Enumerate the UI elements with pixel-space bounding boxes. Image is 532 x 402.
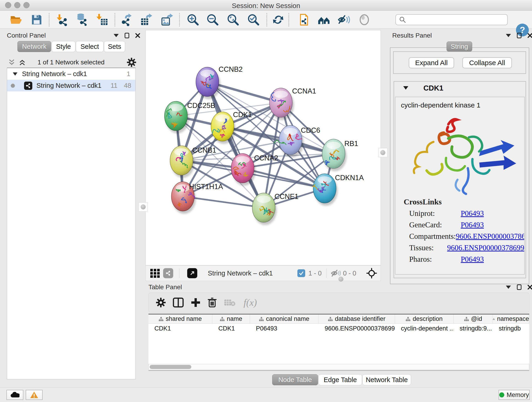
open-session-icon[interactable] xyxy=(9,12,23,27)
table-cell[interactable]: P06493 xyxy=(250,324,319,333)
network-node-CDK1[interactable]: CDK1 xyxy=(211,111,252,144)
table-cell[interactable]: CDK1 xyxy=(148,324,212,333)
title-bar: Session: New Session xyxy=(0,0,532,11)
left-splitter-handle[interactable] xyxy=(139,202,148,211)
tab-string[interactable]: String xyxy=(447,41,472,51)
network-node-CCNB1[interactable]: CCNB1 xyxy=(170,146,216,178)
table-cell[interactable]: cyclin-dependent ... xyxy=(395,324,454,333)
column-header-canonical-name[interactable]: canonical name xyxy=(250,314,319,323)
table-settings-gear-icon[interactable] xyxy=(156,297,166,308)
network-canvas[interactable]: CCNB2CCNA1CDC25BCDK1CDC6RB1CCNB1CCNA2CDK… xyxy=(146,30,380,265)
entry-collapse-icon[interactable] xyxy=(403,86,408,89)
bottom-splitter-handle[interactable] xyxy=(338,277,343,282)
column-hierarchy-icon xyxy=(493,317,495,321)
collapse-all-networks-icon[interactable] xyxy=(8,58,16,66)
node-label-CDC6: CDC6 xyxy=(301,126,320,134)
crosslink-link[interactable]: P06493 xyxy=(461,209,484,218)
tree-expand-icon[interactable] xyxy=(13,72,17,76)
network-node-CCNA2[interactable]: CCNA2 xyxy=(231,153,278,186)
node-label-CCNE1: CCNE1 xyxy=(274,192,298,201)
close-panel-icon[interactable] xyxy=(527,285,532,290)
collapse-all-button[interactable]: Collapse All xyxy=(462,57,512,68)
export-table-icon[interactable] xyxy=(139,12,154,27)
memory-button[interactable]: Memory xyxy=(499,390,530,400)
column-header-database-identifier[interactable]: database identifier xyxy=(319,314,395,323)
network-node-RB1[interactable]: RB1 xyxy=(322,139,358,171)
table-cell[interactable]: stringdb:9... xyxy=(454,324,493,333)
float-panel-icon[interactable] xyxy=(506,34,511,37)
string-document-icon[interactable] xyxy=(296,12,311,27)
network-options-gear-icon[interactable] xyxy=(127,57,137,67)
show-all-icon[interactable] xyxy=(357,12,372,27)
selected-counts: 1 - 0 xyxy=(308,269,322,277)
entry-name: CDK1 xyxy=(423,84,443,92)
close-panel-icon[interactable] xyxy=(527,33,532,38)
import-table-icon[interactable] xyxy=(95,12,109,27)
tab-network[interactable]: Network xyxy=(17,41,51,52)
expand-all-networks-icon[interactable] xyxy=(18,58,26,66)
refresh-icon[interactable] xyxy=(271,12,285,27)
column-header-shared-name[interactable]: shared name xyxy=(148,314,212,323)
table-header-row: shared namenamecanonical namedatabase id… xyxy=(148,314,529,324)
network-node-CDKN1A[interactable]: CDKN1A xyxy=(313,174,364,206)
network-collection-row[interactable]: String Network – cdk1 1 xyxy=(7,68,135,80)
column-header-namespace[interactable]: namespace xyxy=(493,314,529,323)
grid-view-icon[interactable] xyxy=(150,268,160,279)
network-badge-icon[interactable] xyxy=(163,268,173,278)
tab-network-table[interactable]: Network Table xyxy=(362,374,411,385)
column-header--id[interactable]: @id xyxy=(454,314,493,323)
zoom-fit-icon[interactable] xyxy=(226,12,240,27)
table-cell[interactable]: stringdb xyxy=(493,324,529,333)
crosslink-link[interactable]: P06493 xyxy=(461,255,484,264)
table-horizontal-scrollbar[interactable] xyxy=(148,364,529,370)
maximize-panel-icon[interactable] xyxy=(125,33,129,38)
table-cell[interactable]: 9606.ENSP00000378699 xyxy=(319,324,395,333)
crosslink-link[interactable]: P06493 xyxy=(461,221,484,229)
warnings-button[interactable] xyxy=(26,390,43,400)
scrollbar-thumb[interactable] xyxy=(150,365,191,369)
expand-all-button[interactable]: Expand All xyxy=(409,57,454,68)
crosslink-link[interactable]: 9606.ENSP00000378699 xyxy=(456,232,525,241)
network-node-CCNB2[interactable]: CCNB2 xyxy=(196,65,243,99)
selected-checkbox[interactable] xyxy=(298,269,305,277)
add-column-icon[interactable] xyxy=(190,297,201,308)
right-splitter-handle[interactable] xyxy=(378,148,387,157)
show-columns-icon[interactable] xyxy=(172,297,184,308)
export-image-icon[interactable] xyxy=(159,12,174,27)
hide-unselected-icon[interactable] xyxy=(336,12,351,27)
delete-column-icon[interactable] xyxy=(207,297,217,308)
zoom-selected-icon[interactable] xyxy=(246,12,261,27)
home-icon[interactable] xyxy=(317,12,331,27)
import-network-icon[interactable] xyxy=(55,12,70,27)
zoom-in-icon[interactable] xyxy=(186,12,200,27)
cloud-button[interactable] xyxy=(6,390,23,400)
network-row[interactable]: String Network – cdk1 11 48 xyxy=(7,80,135,91)
zoom-out-icon[interactable] xyxy=(205,12,220,27)
search-input[interactable] xyxy=(395,14,508,25)
network-node-CDC25B[interactable]: CDC25B xyxy=(165,101,215,133)
birds-eye-view-icon[interactable] xyxy=(187,268,197,278)
network-node-CDC6[interactable]: CDC6 xyxy=(274,125,320,157)
import-database-icon[interactable] xyxy=(75,12,89,27)
tab-edge-table[interactable]: Edge Table xyxy=(318,374,362,385)
network-node-CCNE1[interactable]: CCNE1 xyxy=(252,192,298,225)
memory-status-dot xyxy=(499,392,504,397)
column-header-name[interactable]: name xyxy=(212,314,250,323)
export-network-icon[interactable] xyxy=(119,12,134,27)
float-panel-icon[interactable] xyxy=(506,286,511,289)
tab-style[interactable]: Style xyxy=(51,41,75,52)
tab-sets[interactable]: Sets xyxy=(104,41,125,52)
float-panel-icon[interactable] xyxy=(114,34,119,37)
tab-node-table[interactable]: Node Table xyxy=(272,374,318,385)
close-panel-icon[interactable] xyxy=(135,33,140,38)
table-row[interactable]: CDK1CDK1P064939606.ENSP00000378699cyclin… xyxy=(148,324,529,333)
tab-select[interactable]: Select xyxy=(76,41,104,52)
maximize-panel-icon[interactable] xyxy=(517,33,521,38)
fit-selected-icon[interactable] xyxy=(366,268,377,279)
column-header-description[interactable]: description xyxy=(395,314,454,323)
crosslink-link[interactable]: 9606.ENSP00000378699 xyxy=(447,244,524,252)
table-cell[interactable]: CDK1 xyxy=(212,324,250,333)
maximize-panel-icon[interactable] xyxy=(517,284,521,290)
column-header-label: shared name xyxy=(166,315,202,322)
save-session-icon[interactable] xyxy=(29,12,44,27)
